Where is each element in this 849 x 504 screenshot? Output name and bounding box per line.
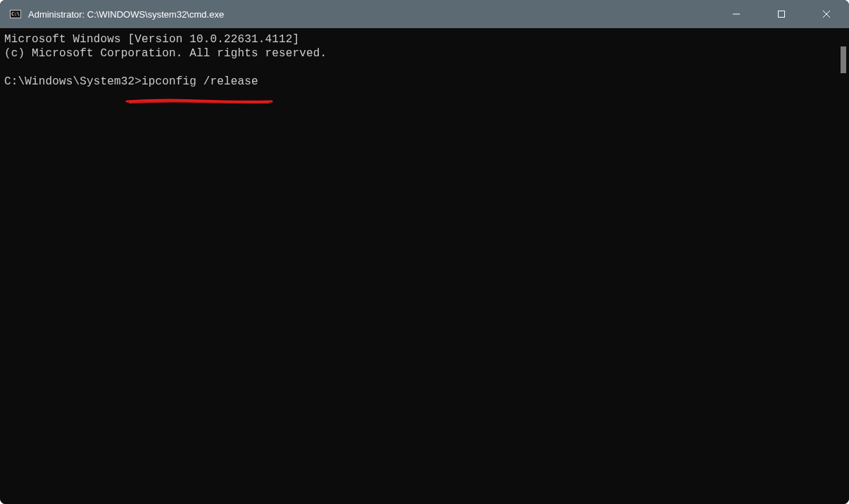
- titlebar[interactable]: C:\ Administrator: C:\WINDOWS\system32\c…: [0, 0, 849, 28]
- scrollbar-track[interactable]: [838, 28, 848, 498]
- cmd-icon: C:\: [10, 8, 21, 20]
- window-controls: [714, 0, 849, 28]
- prompt: C:\Windows\System32>: [4, 75, 142, 88]
- command-text: ipconfig /release: [142, 75, 258, 88]
- close-button[interactable]: [804, 0, 849, 28]
- window-title: Administrator: C:\WINDOWS\system32\cmd.e…: [28, 9, 224, 20]
- cmd-window: C:\ Administrator: C:\WINDOWS\system32\c…: [0, 0, 849, 504]
- terminal-output[interactable]: Microsoft Windows [Version 10.0.22631.41…: [0, 28, 849, 504]
- svg-text:C:\: C:\: [11, 11, 20, 17]
- client-area: Microsoft Windows [Version 10.0.22631.41…: [0, 28, 849, 504]
- copyright-line: (c) Microsoft Corporation. All rights re…: [4, 47, 327, 60]
- maximize-button[interactable]: [759, 0, 804, 28]
- svg-rect-3: [779, 11, 785, 18]
- version-line: Microsoft Windows [Version 10.0.22631.41…: [4, 33, 299, 46]
- minimize-button[interactable]: [714, 0, 759, 28]
- scrollbar-thumb[interactable]: [841, 46, 846, 73]
